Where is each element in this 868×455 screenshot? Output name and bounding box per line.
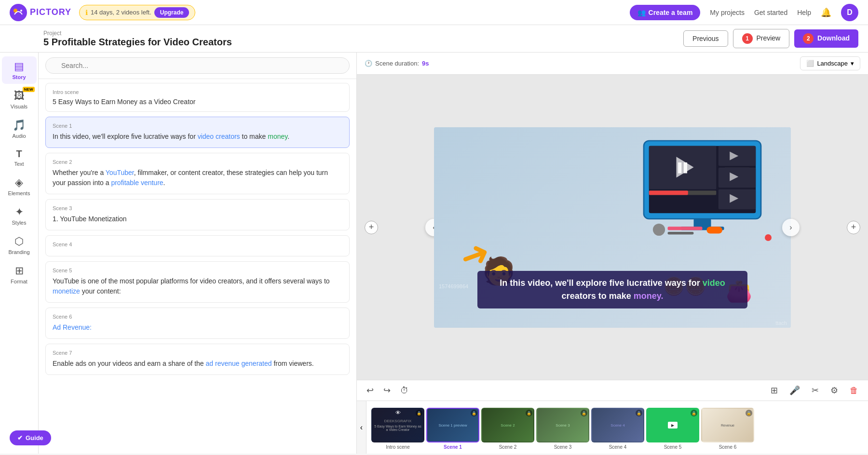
sidebar-item-text[interactable]: T Text: [2, 145, 37, 171]
mic-button[interactable]: 🎤: [787, 383, 802, 398]
intro-scene-card[interactable]: Intro scene 5 Easy Ways to Earn Money as…: [45, 83, 350, 112]
scene-duration: 🕐 Scene duration: 9s: [365, 60, 429, 67]
timeline-label-5: Scene 5: [664, 444, 682, 450]
scene-1-text: In this video, we'll explore five lucrat…: [53, 132, 342, 142]
bell-icon[interactable]: 🔔: [821, 7, 831, 18]
guide-check-icon: ✔: [17, 434, 23, 442]
top-nav: PICTORY ℹ 14 days, 2 videos left. Upgrad…: [0, 0, 868, 25]
lock-icon-3: 🔒: [581, 410, 587, 416]
video-scene-bg: ➜ 🧑 🪙🪙 👛 In this video, we'll explore fi…: [434, 127, 791, 328]
trial-text: 14 days, 2 videos left.: [91, 9, 151, 16]
thumb-3-text: Scene 3: [556, 423, 570, 428]
sidebar-item-format[interactable]: ⊞ Format: [2, 261, 37, 288]
previous-button[interactable]: Previous: [683, 30, 728, 47]
thumb-intro-subtitle: 5 Easy Ways to Earn Money as a Video Cre…: [372, 425, 423, 431]
monitor-svg: [598, 132, 776, 262]
story-icon: ▤: [14, 60, 24, 73]
preview-canvas: + ‹: [357, 75, 868, 380]
scene-2-card[interactable]: Scene 2 Whether you're a YouTuber, filmm…: [45, 153, 350, 194]
svg-rect-25: [707, 227, 722, 233]
timeline-collapse-button[interactable]: ‹: [357, 401, 366, 454]
intro-scene-label: Intro scene: [53, 89, 342, 95]
sidebar-label-story: Story: [12, 74, 26, 80]
sidebar-label-visuals: Visuals: [11, 104, 27, 109]
create-team-button[interactable]: 👥 Create a team: [630, 5, 701, 20]
info-icon: ℹ: [85, 9, 88, 16]
timeline-label-2: Scene 2: [499, 444, 517, 450]
svg-point-2: [20, 10, 22, 12]
scene-7-ad-revenue-gen: ad revenue generated: [206, 360, 272, 367]
sidebar-label-format: Format: [11, 279, 27, 284]
svg-rect-8: [684, 162, 687, 174]
search-input[interactable]: [45, 57, 350, 74]
timeline-label-3: Scene 3: [554, 444, 572, 450]
scene-5-card[interactable]: Scene 5 YouTube is one of the most popul…: [45, 261, 350, 303]
undo-button[interactable]: ↩: [365, 383, 376, 398]
scenes-list: Intro scene 5 Easy Ways to Earn Money as…: [39, 79, 356, 454]
sub-header: Project 5 Profitable Strategies for Vide…: [0, 25, 868, 53]
search-wrapper: 🔍: [45, 57, 350, 74]
caption-white-2: creators to make: [562, 291, 631, 301]
edit-toolbar-left: ↩ ↪ ⏱: [365, 383, 411, 398]
project-title: 5 Profitable Strategies for Video Creato…: [43, 37, 232, 48]
settings-button[interactable]: ⚙: [828, 383, 840, 398]
scene-4-card[interactable]: Scene 4: [45, 235, 350, 256]
sidebar: ▤ Story NEW 🖼 Visuals 🎵 Audio T Text ◈ E…: [0, 53, 39, 454]
timeline-scene-5: ▶ 🔒 Scene 5: [646, 408, 699, 450]
preview-panel: 🕐 Scene duration: 9s ⬜ Landscape ▾ + ‹: [357, 53, 868, 454]
add-scene-right-button[interactable]: +: [847, 221, 860, 234]
download-button[interactable]: 2 Download: [794, 29, 858, 48]
scene-6-card[interactable]: Scene 6 Ad Revenue:: [45, 308, 350, 339]
delete-button[interactable]: 🗑: [848, 384, 860, 398]
next-scene-arrow[interactable]: ›: [782, 219, 800, 236]
upgrade-button[interactable]: Upgrade: [154, 7, 190, 18]
sidebar-item-styles[interactable]: ✦ Styles: [2, 202, 37, 229]
my-projects-link[interactable]: My projects: [710, 9, 745, 16]
scene-1-card[interactable]: Scene 1 In this video, we'll explore fiv…: [45, 117, 350, 148]
landscape-icon: ⬜: [806, 60, 814, 67]
scene-2-profitable: profitable venture: [111, 179, 163, 187]
sidebar-item-elements[interactable]: ◈ Elements: [2, 173, 37, 200]
help-link[interactable]: Help: [797, 9, 811, 16]
sidebar-item-visuals[interactable]: NEW 🖼 Visuals: [2, 86, 37, 113]
logo[interactable]: PICTORY: [10, 4, 71, 21]
svg-rect-18: [719, 189, 756, 209]
scene-3-label: Scene 3: [53, 205, 342, 211]
nav-left: PICTORY ℹ 14 days, 2 videos left. Upgrad…: [10, 4, 195, 21]
audio-icon: 🎵: [13, 119, 26, 132]
sidebar-item-branding[interactable]: ⬡ Branding: [2, 231, 37, 259]
caption-bar: In this video, we'll explore five lucrat…: [477, 271, 747, 308]
sidebar-item-audio[interactable]: 🎵 Audio: [2, 115, 37, 143]
timer-button[interactable]: ⏱: [398, 384, 411, 398]
scene-2-youtuber: YouTuber: [106, 169, 134, 176]
scene-id: 1574699864: [439, 283, 468, 289]
layout-button[interactable]: ⊞: [769, 383, 780, 398]
preview-video: ➜ 🧑 🪙🪙 👛 In this video, we'll explore fi…: [434, 127, 791, 328]
get-started-link[interactable]: Get started: [754, 9, 787, 16]
redo-button[interactable]: ↪: [381, 383, 393, 398]
lock-icon-intro: 🔒: [416, 410, 422, 416]
sidebar-label-elements: Elements: [8, 190, 30, 196]
avatar[interactable]: D: [841, 4, 858, 21]
sub-header-right: Previous 1 Preview 2 Download: [683, 29, 858, 48]
nav-right: 👥 Create a team My projects Get started …: [630, 4, 858, 21]
landscape-selector[interactable]: ⬜ Landscape ▾: [800, 56, 860, 70]
scene-7-label: Scene 7: [53, 350, 342, 356]
main-layout: ▤ Story NEW 🖼 Visuals 🎵 Audio T Text ◈ E…: [0, 53, 868, 454]
add-scene-left-button[interactable]: +: [365, 221, 378, 234]
scene-3-card[interactable]: Scene 3 1. YouTube Monetization: [45, 199, 350, 230]
scene-4-label: Scene 4: [53, 241, 342, 247]
people-icon: 👥: [637, 9, 646, 16]
preview-button[interactable]: 1 Preview: [733, 29, 790, 48]
cut-button[interactable]: ✂: [810, 383, 821, 398]
red-dot: [765, 234, 772, 241]
sidebar-item-story[interactable]: ▤ Story: [2, 56, 37, 84]
timeline-thumb-wrapper-intro: 👁 DEEKSGRAFIX 5 Easy Ways to Earn Money …: [371, 408, 424, 442]
edit-toolbar-right: ⊞ 🎤 ✂ ⚙ 🗑: [769, 383, 860, 398]
sidebar-label-text: Text: [14, 161, 24, 167]
guide-button[interactable]: ✔ Guide: [10, 430, 51, 445]
timeline: ‹ 👁 DEEKSGRAFIX 5 Easy Ways to Earn Mone…: [357, 401, 868, 454]
scene-7-card[interactable]: Scene 7 Enable ads on your videos and ea…: [45, 344, 350, 375]
timeline-label-intro: Intro scene: [386, 444, 409, 450]
caption-purple: money.: [634, 291, 664, 301]
